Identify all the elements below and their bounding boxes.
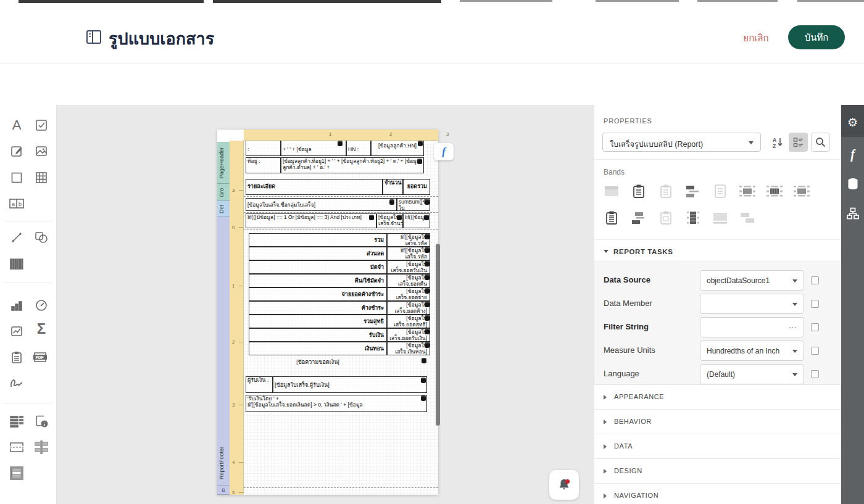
signature-tool-icon[interactable] <box>7 374 26 392</box>
expression-fx-button[interactable]: f <box>434 143 454 160</box>
properties-gear-icon[interactable]: ⚙ <box>841 111 864 133</box>
table-tool-icon[interactable] <box>32 168 51 187</box>
search-button[interactable] <box>811 133 830 152</box>
report-cell[interactable]: ยอดรวม <box>403 179 430 195</box>
chart-tool-icon[interactable] <box>7 296 26 315</box>
notification-bell-button[interactable] <box>549 470 579 500</box>
summary-tool-icon[interactable]: Σ <box>32 320 51 338</box>
band-icon-reportfooter[interactable] <box>602 209 621 226</box>
data-source-checkbox[interactable] <box>811 276 819 284</box>
report-cell[interactable]: [ข้อมูลใบเสร็จ.ยอดจ่าย <box>387 287 430 301</box>
character-comb-tool-icon[interactable]: ab <box>7 194 26 213</box>
report-cell[interactable]: + ' ' + [ข้อมูล <box>281 141 346 156</box>
band-icon-pageheader-alt[interactable] <box>657 209 675 226</box>
band-icon-groupfooter[interactable] <box>765 183 784 200</box>
subreport-tool-icon[interactable] <box>7 412 26 431</box>
data-member-select[interactable] <box>700 294 804 314</box>
band-reportfooter[interactable]: ReportFooter <box>217 217 230 486</box>
cross-band-box-tool-icon[interactable] <box>7 464 26 482</box>
report-cell[interactable]: HN : <box>346 141 371 156</box>
line-tool-icon[interactable] <box>7 228 26 247</box>
section-behavior[interactable]: BEHAVIOR <box>594 409 842 434</box>
report-cell[interactable]: [ข้อมูลใบเสร็จ.ผู้รับเงิน] <box>273 376 427 393</box>
report-cell[interactable]: [ข้อมูลลูกค้า.ที่อยู่1] + ' ' + [ข้อมูลล… <box>281 157 424 173</box>
report-cell[interactable]: รวม <box>249 233 387 247</box>
page-break-tool-icon[interactable] <box>7 438 26 456</box>
band-icon-groupband[interactable] <box>629 209 648 226</box>
report-cell[interactable]: รายละเอียด <box>246 179 383 195</box>
shape-tool-icon[interactable] <box>32 228 51 247</box>
barcode-tool-icon[interactable] <box>7 255 26 273</box>
expressions-fx-icon[interactable]: f <box>841 143 864 165</box>
filter-string-checkbox[interactable] <box>811 323 819 331</box>
report-cell[interactable]: จ่ายยอดค้างชำระ <box>249 287 387 301</box>
report-cell[interactable]: [ข้อมูลใบเสร็จ.ชื่อกลุ่มใบเสร็จ] <box>246 198 397 211</box>
band-icon-pageheader[interactable] <box>657 183 675 200</box>
report-cell[interactable]: รวมสุทธิ <box>249 315 387 328</box>
data-member-checkbox[interactable] <box>811 300 819 308</box>
band-icon-pagefooter[interactable] <box>792 183 811 200</box>
report-cell[interactable]: เงินทอน <box>249 342 387 355</box>
save-button[interactable]: บันทึก <box>788 25 845 49</box>
band-icon-bottommargin[interactable] <box>711 209 729 226</box>
gauge-tool-icon[interactable] <box>32 296 51 315</box>
report-cell[interactable]: [ข้อมูลลูกค้า.HN] <box>371 141 424 156</box>
band-icon-groupheader[interactable] <box>684 183 702 200</box>
band-icon-reportheader[interactable] <box>629 183 648 200</box>
band-icon-detail[interactable] <box>711 183 729 200</box>
report-cell[interactable]: [ข้อความขอดเงิน] <box>256 359 380 369</box>
report-cell[interactable]: ค้างชำระ <box>249 301 387 315</box>
section-navigation[interactable]: NAVIGATION <box>594 483 842 504</box>
pdf-content-tool-icon[interactable]: PDF <box>31 348 49 366</box>
checkbox-tool-icon[interactable] <box>32 116 51 134</box>
report-cell[interactable]: : <box>246 141 281 156</box>
band-groupheader[interactable]: Gro <box>217 184 230 201</box>
band-icon-verticalband[interactable] <box>684 209 702 226</box>
report-page[interactable]: 1 2 3 PageHeader Gro Det ReportFooter B … <box>217 130 438 495</box>
report-explorer-hierarchy-icon[interactable] <box>841 202 864 225</box>
cancel-button[interactable]: ยกเลิก <box>734 31 778 46</box>
report-cell[interactable]: [ข้อมูลใบเสร็จ.ยอดคืน <box>387 274 430 287</box>
section-appearance[interactable]: APPEARANCE <box>594 384 842 409</box>
canvas-scrollbar[interactable] <box>436 244 440 426</box>
band-bottommargin[interactable]: B <box>217 486 230 495</box>
category-view-button[interactable] <box>789 133 808 152</box>
data-source-database-icon[interactable] <box>841 173 864 195</box>
report-cell[interactable]: ผู้รับเงิน : <box>246 376 273 393</box>
cross-band-line-tool-icon[interactable] <box>32 438 51 456</box>
report-cell[interactable]: 'รับเงินโดย ' + Iif([ข้อมูลใบเสร็จ.ยอดเง… <box>246 395 427 412</box>
report-cell[interactable]: รับเงิน <box>249 328 387 342</box>
page-info-tool-icon[interactable]: i <box>32 412 51 431</box>
ellipsis-icon[interactable]: ... <box>789 321 797 330</box>
band-icon-subband[interactable] <box>738 209 757 226</box>
panel-tool-icon[interactable] <box>7 168 26 187</box>
design-surface[interactable]: 1 2 3 PageHeader Gro Det ReportFooter B … <box>57 105 594 504</box>
measure-units-checkbox[interactable] <box>811 347 819 355</box>
report-cell[interactable]: [ข้อมูลใบเสร็จ.เงินทอน] <box>387 342 430 355</box>
report-content[interactable]: : + ' ' + [ข้อมูล HN : [ข้อมูลลูกค้า.HN]… <box>244 141 438 495</box>
measure-units-select[interactable]: Hundredths of an Inch <box>700 341 804 361</box>
band-icon-topmargin[interactable] <box>602 183 621 200</box>
band-pageheader[interactable]: PageHeader <box>217 142 230 184</box>
report-cell[interactable]: ส่วนลด <box>249 247 387 260</box>
richtext-tool-icon[interactable] <box>7 142 26 160</box>
report-tasks-header[interactable]: REPORT TASKS <box>604 248 673 255</box>
report-cell[interactable]: จำนวน <box>383 179 403 195</box>
band-icon-detailreport[interactable] <box>738 183 757 200</box>
report-cell[interactable]: [ข้อมูลใบเสร็จ.ยอดรับเงิน] <box>387 328 430 342</box>
sparkline-tool-icon[interactable] <box>7 322 26 341</box>
clipboard-tool-icon[interactable] <box>7 348 26 366</box>
report-cell[interactable]: Iif([ข้อมูลใบเสร็จ.รหัส <box>387 233 430 247</box>
language-select[interactable]: (Default) <box>700 364 804 384</box>
object-selector[interactable]: ใบเสร็จรูปแบบสลิป (Report) <box>602 133 761 152</box>
report-cell[interactable]: [ข้อมูลใบเสร็จ.ยอดค้าง] <box>387 301 430 315</box>
label-tool-icon[interactable]: A <box>7 116 26 134</box>
picture-tool-icon[interactable] <box>32 142 51 160</box>
data-source-select[interactable]: objectDataSource1 <box>700 270 804 291</box>
language-checkbox[interactable] <box>811 370 819 378</box>
section-data[interactable]: DATA <box>594 434 842 458</box>
sort-az-button[interactable]: AZ <box>768 133 787 152</box>
report-cell[interactable]: ที่อยู่ : <box>246 157 281 173</box>
report-cell[interactable]: คืน/ใช้มัดจำ <box>249 274 387 287</box>
report-cell[interactable]: มัดจำ <box>249 260 387 274</box>
